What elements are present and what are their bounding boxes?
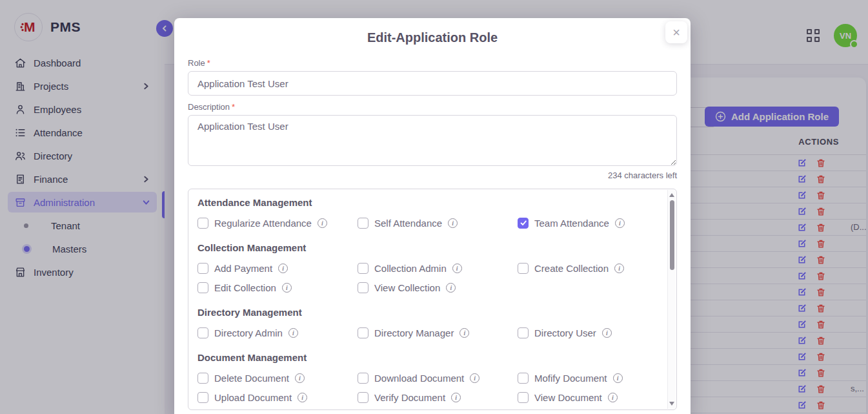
permission-item: Download Documenti: [358, 371, 518, 384]
checkbox-unchecked[interactable]: [358, 373, 368, 384]
checkbox-unchecked[interactable]: [518, 392, 529, 403]
permission-item: View Collectioni: [358, 281, 518, 294]
permissions-scrollbar: [667, 190, 676, 409]
info-icon[interactable]: i: [602, 328, 612, 338]
permissions-content: Attendance ManagementRegularize Attendan…: [188, 189, 676, 404]
permission-item: Delete Documenti: [197, 371, 358, 384]
info-icon[interactable]: i: [298, 393, 307, 402]
checkbox-unchecked[interactable]: [358, 327, 368, 338]
permission-item: Self Attendancei: [358, 216, 518, 229]
permission-section-title: Directory Management: [197, 307, 660, 318]
info-icon[interactable]: i: [614, 264, 624, 273]
info-icon[interactable]: i: [452, 264, 462, 273]
checkbox-unchecked[interactable]: [197, 282, 208, 293]
permission-item: Collection Admini: [358, 262, 518, 274]
info-icon[interactable]: i: [295, 373, 305, 383]
checkbox-unchecked[interactable]: [518, 327, 529, 338]
permission-item: Add Paymenti: [197, 262, 358, 274]
checkbox-unchecked[interactable]: [197, 373, 208, 384]
checkbox-unchecked[interactable]: [197, 327, 208, 338]
checkbox-checked[interactable]: [518, 218, 529, 229]
role-label: Role*: [188, 58, 677, 68]
permission-grid: Delete DocumentiDownload DocumentiMofify…: [197, 371, 660, 404]
permission-section: Directory ManagementDirectory AdminiDire…: [197, 307, 660, 339]
permission-section-title: Document Management: [197, 352, 660, 363]
edit-application-role-modal: × Edit-Application Role Role* Descriptio…: [174, 18, 691, 414]
required-marker: *: [232, 102, 235, 112]
role-input[interactable]: [188, 71, 677, 96]
info-icon[interactable]: i: [615, 218, 625, 228]
required-marker: *: [207, 58, 210, 68]
info-icon[interactable]: i: [608, 393, 618, 402]
scrollbar-thumb[interactable]: [670, 200, 674, 270]
permission-label: Directory Admin: [214, 327, 283, 338]
modal-body: Role* Description* Application Test User…: [174, 58, 691, 410]
scroll-down-arrow-icon[interactable]: [669, 402, 674, 406]
permission-label: Verify Document: [374, 392, 445, 403]
checkbox-unchecked[interactable]: [358, 218, 368, 229]
permission-label: Edit Collection: [214, 282, 276, 293]
permission-label: Create Collection: [534, 263, 609, 274]
permission-item: Directory Admini: [197, 326, 358, 339]
permission-item: Directory Useri: [518, 326, 660, 339]
permission-grid: Regularize AttendanceiSelf AttendanceiTe…: [197, 216, 660, 229]
description-textarea[interactable]: Application Test User: [188, 115, 677, 166]
permission-label: Regularize Attendance: [214, 218, 312, 229]
permission-item: Create Collectioni: [518, 262, 660, 274]
info-icon[interactable]: i: [318, 218, 327, 228]
checkbox-unchecked[interactable]: [518, 263, 529, 274]
permission-section-title: Attendance Management: [197, 197, 660, 208]
permission-item: Team Attendancei: [518, 216, 660, 229]
characters-left-counter: 234 characters left: [188, 171, 677, 180]
permission-section: Document ManagementDelete DocumentiDownl…: [197, 352, 660, 404]
info-icon[interactable]: i: [613, 373, 623, 383]
checkbox-unchecked[interactable]: [197, 218, 208, 229]
scroll-up-arrow-icon[interactable]: [669, 193, 674, 197]
permission-label: Collection Admin: [374, 263, 447, 274]
permission-label: Mofify Document: [534, 373, 607, 384]
permission-section: Collection ManagementAdd PaymentiCollect…: [197, 242, 660, 294]
permission-item: View Documenti: [518, 391, 660, 404]
permission-label: Delete Document: [214, 373, 289, 384]
permission-grid: Directory AdminiDirectory ManageriDirect…: [197, 326, 660, 339]
permission-item: Verify Documenti: [358, 391, 518, 404]
permission-label: View Collection: [374, 282, 440, 293]
permission-label: Add Payment: [214, 263, 272, 274]
close-icon[interactable]: ×: [665, 21, 687, 43]
permission-item: Regularize Attendancei: [197, 216, 358, 229]
permissions-panel: Attendance ManagementRegularize Attendan…: [188, 189, 677, 410]
permission-label: Team Attendance: [534, 218, 609, 229]
checkbox-unchecked[interactable]: [358, 282, 368, 293]
permission-label: Directory Manager: [374, 327, 454, 338]
checkbox-unchecked[interactable]: [358, 392, 368, 403]
info-icon[interactable]: i: [459, 328, 469, 338]
permission-section: Attendance ManagementRegularize Attendan…: [197, 197, 660, 229]
info-icon[interactable]: i: [278, 264, 288, 273]
checkbox-unchecked[interactable]: [358, 263, 368, 274]
checkbox-unchecked[interactable]: [197, 263, 208, 274]
info-icon[interactable]: i: [288, 328, 298, 338]
permission-item: Edit Collectioni: [197, 281, 358, 294]
permission-label: Directory User: [534, 327, 596, 338]
permission-label: View Document: [534, 392, 602, 403]
info-icon[interactable]: i: [470, 373, 479, 383]
description-label: Description*: [188, 102, 677, 112]
permission-grid: Add PaymentiCollection AdminiCreate Coll…: [197, 262, 660, 294]
info-icon[interactable]: i: [446, 283, 456, 293]
permission-item: Upload Documenti: [197, 391, 358, 404]
permission-section-title: Collection Management: [197, 242, 660, 253]
info-icon[interactable]: i: [282, 283, 292, 293]
checkbox-unchecked[interactable]: [518, 373, 529, 384]
permission-label: Upload Document: [214, 392, 292, 403]
permission-label: Self Attendance: [374, 218, 442, 229]
permission-label: Download Document: [374, 373, 464, 384]
permission-item: Mofify Documenti: [518, 371, 660, 384]
permission-item: Directory Manageri: [358, 326, 518, 339]
checkbox-unchecked[interactable]: [197, 392, 208, 403]
info-icon[interactable]: i: [451, 393, 461, 402]
modal-title: Edit-Application Role: [174, 18, 691, 45]
info-icon[interactable]: i: [448, 218, 458, 228]
